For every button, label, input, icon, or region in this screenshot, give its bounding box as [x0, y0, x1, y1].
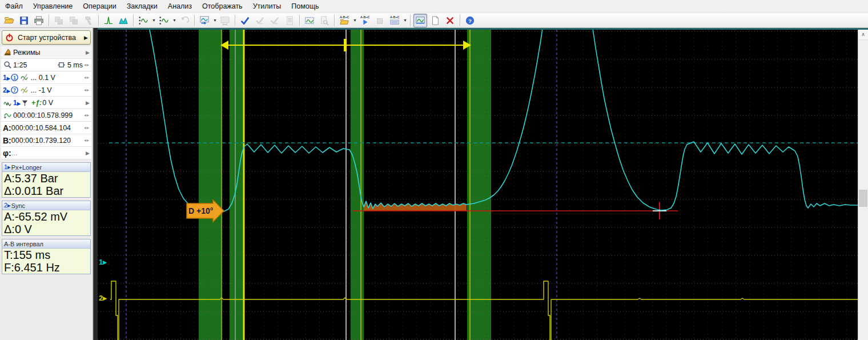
impulse-icon[interactable] [102, 14, 115, 27]
load-script-icon[interactable]: A·B+C [337, 14, 351, 27]
channel1-stepper[interactable]: ◂▸ [84, 75, 90, 80]
toolbar-separator [133, 15, 134, 26]
trigger-slope-icon [21, 98, 30, 107]
channel2-range-value[interactable]: ... -1 V [31, 86, 52, 94]
report-icon[interactable] [283, 14, 296, 27]
trigger-level-value[interactable]: 0 V [42, 99, 53, 107]
zoom-ratio-value[interactable]: 1:25 [13, 61, 27, 69]
sidebar: Старт устройства ▶ Режимы ▶ 1:25 [0, 28, 93, 340]
apply-all-icon[interactable] [268, 14, 282, 27]
wave-options-icon[interactable] [136, 14, 150, 27]
channel2-zero-marker[interactable]: 2▸ [99, 294, 107, 302]
undo-icon[interactable] [178, 14, 191, 27]
copy-frame-icon[interactable] [52, 14, 66, 27]
menu-help[interactable]: Помощь [286, 0, 324, 13]
script-list-icon-dropdown[interactable]: ▼ [403, 18, 408, 22]
ruler-mid-tick [344, 39, 347, 51]
load-script-icon-dropdown[interactable]: ▼ [352, 18, 357, 22]
save-icon[interactable] [17, 14, 31, 27]
panel3-value-f: F:6.451 Hz [2, 261, 90, 274]
channel1-range-value[interactable]: ... 0.1 V [31, 74, 55, 82]
wave-options-icon-dropdown[interactable]: ▼ [151, 18, 156, 22]
cursor-b-label: B: [3, 136, 11, 145]
cursor-b-value[interactable]: 000:00:10.739.120 [11, 137, 71, 145]
menu-file[interactable]: Файл [0, 0, 28, 13]
svg-text:7: 7 [14, 87, 17, 93]
channel2-row[interactable]: 2▶ 7 ... -1 V ◂▸ [1, 84, 91, 97]
channel1-badge-icon: 1 [10, 73, 19, 82]
inspect-icon[interactable] [318, 14, 331, 27]
expand-wave-icon[interactable] [116, 14, 130, 27]
timebase-value[interactable]: 5 ms [67, 61, 83, 69]
svg-text:A·B+C: A·B+C [390, 15, 400, 19]
panel3-title: A-B интервал [4, 241, 43, 247]
record-time-row[interactable]: 000:00:10.578.999 ◂▸ [1, 109, 91, 122]
integral-fill-area [364, 201, 467, 211]
chart-close-icon[interactable] [218, 14, 232, 27]
phase-value: ... [11, 149, 17, 157]
channel2-badge-icon: 7 [10, 86, 19, 95]
chart-swap-icon[interactable] [198, 14, 211, 27]
channel1-zero-marker[interactable]: 1▸ [99, 258, 107, 266]
wave-compare-icon[interactable] [157, 14, 171, 27]
cursor-a-row[interactable]: A: 000:00:10.584.104 ◂▸ [1, 122, 91, 134]
record-time-value[interactable]: 000:00:10.578.999 [13, 111, 73, 119]
apply-icon[interactable] [238, 14, 252, 27]
vertical-scrollbar[interactable]: ∧ [858, 30, 868, 340]
scroll-thumb[interactable] [859, 190, 867, 207]
scale-row[interactable]: 1:25 5 ms ◂▸ [1, 59, 91, 71]
menu-bookmarks[interactable]: Закладки [122, 0, 163, 13]
print-icon[interactable] [32, 14, 46, 27]
toolbar-separator [460, 15, 460, 26]
scroll-up-icon[interactable]: ∧ [858, 30, 868, 40]
start-device-label: Старт устройства [18, 34, 84, 42]
menu-analysis[interactable]: Анализ [163, 0, 197, 13]
tools-icon[interactable] [82, 14, 95, 27]
channel2-stepper[interactable]: ◂▸ [84, 87, 90, 93]
timebase-stepper[interactable]: ◂▸ [84, 62, 90, 67]
cursor-a-stepper[interactable]: ◂▸ [84, 125, 90, 130]
menu-display[interactable]: Отображать [197, 0, 248, 13]
show-chart-icon[interactable] [413, 14, 427, 27]
svg-text:?: ? [468, 17, 472, 23]
channel1-row[interactable]: 1▶ 1 ... 0.1 V ◂▸ [1, 71, 91, 84]
paste-frame-icon[interactable] [67, 14, 81, 27]
trigger-expand-icon: ▶ [86, 100, 90, 106]
menu-operations[interactable]: Операции [78, 0, 121, 13]
record-time-stepper[interactable]: ◂▸ [84, 113, 90, 118]
channel1-coupling-icon [21, 73, 30, 82]
phase-expand-icon: ▶ [86, 150, 90, 156]
panel3-value-t: T:155 ms [2, 249, 90, 261]
trigger-channel: 1▶ [13, 99, 21, 107]
menu-control[interactable]: Управление [28, 0, 78, 13]
measure-panel-interval-header[interactable]: A-B интервал [2, 239, 90, 249]
select-range-icon[interactable] [303, 14, 316, 27]
measure-panel-pressure-header[interactable]: 1▸ Px+Longer [2, 163, 90, 172]
cursor-a-value[interactable]: 000:00:10.584.104 [11, 124, 71, 132]
wave-compare-icon-dropdown[interactable]: ▼ [172, 18, 177, 22]
help-icon[interactable]: ? [463, 14, 477, 27]
open-icon[interactable] [2, 14, 16, 27]
panel1-channel-num: 1▸ [4, 163, 11, 171]
oscilloscope-app: Файл Управление Операции Закладки Анализ… [0, 0, 868, 340]
trigger-wave-icon [3, 98, 12, 107]
cursor-b-row[interactable]: B: 000:00:10.739.120 ◂▸ [1, 134, 91, 147]
trigger-row[interactable]: 1▶ +ƒ: 0 V ▶ [1, 97, 91, 109]
delete-icon[interactable] [443, 14, 457, 27]
run-script-icon[interactable]: A·B+C [358, 14, 372, 27]
phase-row[interactable]: φ: ... ▶ [1, 147, 91, 159]
menu-utilities[interactable]: Утилиты [248, 0, 287, 13]
trigger-level-prefix: +ƒ: [31, 99, 42, 107]
measure-panel-sync-header[interactable]: 2▸ Sync [2, 201, 90, 210]
apply-next-icon[interactable] [253, 14, 267, 27]
scope-plot[interactable]: D +10°1▸2▸ [98, 30, 858, 340]
svg-text:A·B+C: A·B+C [360, 15, 370, 19]
stop-script-icon[interactable] [373, 14, 387, 27]
chart-swap-icon-dropdown[interactable]: ▼ [212, 18, 218, 22]
script-list-icon[interactable]: A·B+C [388, 14, 401, 27]
svg-text:1: 1 [14, 75, 17, 81]
cursor-b-stepper[interactable]: ◂▸ [84, 138, 90, 143]
start-device-button[interactable]: Старт устройства ▶ [2, 30, 91, 45]
modes-row[interactable]: Режимы ▶ [1, 46, 91, 59]
new-report-icon[interactable] [428, 14, 442, 27]
